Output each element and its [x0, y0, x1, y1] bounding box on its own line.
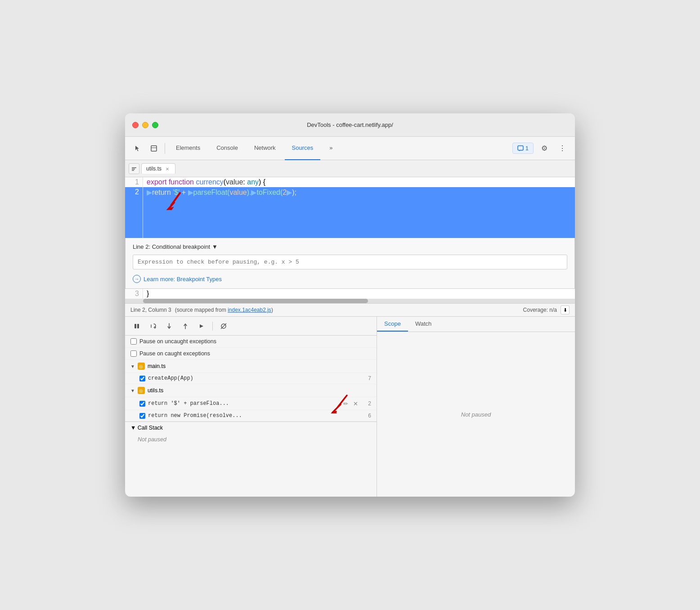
svg-rect-7 — [137, 324, 139, 328]
pause-caught-label: Pause on caught exceptions — [139, 350, 210, 357]
bp-entry-return-dollar-code: return '$' + parseFloa... — [148, 400, 339, 407]
toolbar-right: 1 ⚙ ⋮ — [512, 141, 570, 156]
file-icon-utils: ◎ — [138, 387, 145, 394]
left-panel: Pause on uncaught exceptions Pause on ca… — [125, 317, 377, 497]
pause-caught-item: Pause on caught exceptions — [125, 348, 377, 360]
line-number-2: ●2 — [125, 187, 143, 238]
remove-breakpoint-icon[interactable]: ✕ — [351, 399, 359, 408]
cursor-icon[interactable] — [130, 141, 145, 156]
file-tabs: utils.ts × — [125, 160, 575, 177]
file-panel-toggle[interactable] — [129, 163, 139, 174]
svg-rect-1 — [151, 148, 157, 148]
svg-rect-0 — [151, 146, 157, 151]
code-editor: 1 export function currency(value: any) {… — [125, 177, 575, 303]
bp-entry-return-promise: return new Promise(resolve... 6 — [125, 410, 377, 422]
step-into-button[interactable] — [163, 320, 175, 332]
bp-entry-return-dollar: return '$' + parseFloa... ✏ ✕ 2 — [125, 397, 377, 410]
code-line-3: 3 } — [125, 289, 575, 299]
minimize-button[interactable] — [142, 122, 148, 128]
step-over-button[interactable] — [147, 320, 159, 332]
traffic-lights — [132, 122, 158, 128]
tab-scope[interactable]: Scope — [377, 317, 408, 332]
svg-rect-6 — [135, 324, 136, 328]
source-map-info: (source mapped from index.1ac4eab2.js) — [175, 307, 273, 313]
tab-sources[interactable]: Sources — [285, 137, 321, 160]
step-button[interactable] — [195, 320, 208, 332]
debug-divider — [212, 322, 213, 331]
tab-more[interactable]: » — [322, 137, 340, 160]
pause-uncaught-checkbox[interactable] — [130, 338, 137, 345]
bp-entry-return-dollar-line: 2 — [362, 400, 371, 407]
collapse-triangle-utils: ▼ — [130, 388, 135, 393]
call-stack-label: ▼ Call Stack — [130, 425, 163, 431]
main-toolbar: Elements Console Network Sources » 1 ⚙ ⋮ — [125, 137, 575, 160]
settings-icon[interactable]: ⚙ — [537, 141, 552, 156]
bp-entry-createapp-code: createApp(App) — [148, 375, 359, 381]
chat-count: 1 — [525, 145, 529, 152]
tab-elements[interactable]: Elements — [169, 137, 207, 160]
bp-entry-return-dollar-checkbox[interactable] — [139, 401, 145, 407]
debug-toolbar — [125, 317, 377, 336]
status-bar: Line 2, Column 3 (source mapped from ind… — [125, 303, 575, 317]
coverage-label: Coverage: n/a — [523, 307, 557, 313]
bp-triangle: ▼ — [212, 243, 218, 250]
line-content-3: } — [143, 289, 575, 299]
svg-rect-4 — [132, 169, 135, 170]
code-line-1: 1 export function currency(value: any) { — [125, 177, 575, 187]
bp-file-utils[interactable]: ▼ ◎ utils.ts — [125, 384, 377, 397]
breakpoints-panel: Pause on uncaught exceptions Pause on ca… — [125, 336, 377, 497]
status-right: Coverage: n/a ⬇ — [523, 305, 570, 314]
bp-learn-more-link[interactable]: → Learn more: Breakpoint Types — [133, 275, 567, 283]
step-out-button[interactable] — [179, 320, 192, 332]
bp-link-icon: → — [133, 275, 141, 283]
file-tab-utils[interactable]: utils.ts × — [141, 163, 175, 174]
collapse-triangle-main: ▼ — [130, 364, 135, 369]
window-title: DevTools - coffee-cart.netlify.app/ — [307, 121, 393, 128]
tab-console[interactable]: Console — [209, 137, 245, 160]
bp-entry-createapp-line: 7 — [362, 375, 371, 381]
dock-icon[interactable] — [147, 141, 161, 156]
edit-breakpoint-icon[interactable]: ✏ — [341, 399, 350, 408]
bp-entry-actions: ✏ ✕ — [341, 399, 359, 408]
tab-network[interactable]: Network — [247, 137, 283, 160]
bp-entry-return-promise-line: 6 — [362, 413, 371, 419]
horizontal-scrollbar[interactable] — [125, 299, 575, 303]
source-map-link[interactable]: index.1ac4eab2.js — [228, 307, 271, 313]
svg-rect-5 — [132, 170, 134, 171]
breakpoint-popup: Line 2: Conditional breakpoint ▼ → Learn… — [125, 238, 575, 289]
svg-rect-3 — [132, 167, 136, 168]
maximize-button[interactable] — [152, 122, 158, 128]
coverage-button[interactable]: ⬇ — [561, 305, 570, 314]
pause-button[interactable] — [130, 320, 143, 332]
line-number-1: 1 — [125, 177, 143, 187]
scope-watch-tabs: Scope Watch — [377, 317, 575, 332]
bp-entry-return-promise-code: return new Promise(resolve... — [148, 413, 359, 419]
bp-entry-return-promise-checkbox[interactable] — [139, 413, 145, 419]
bottom-panel: Pause on uncaught exceptions Pause on ca… — [125, 317, 575, 497]
devtools-window: DevTools - coffee-cart.netlify.app/ Elem… — [125, 113, 575, 497]
file-tab-close[interactable]: × — [164, 166, 171, 172]
line-content-2: ▶return '$' + ▶parseFloat(value).▶toFixe… — [143, 187, 575, 238]
pause-uncaught-item: Pause on uncaught exceptions — [125, 336, 377, 348]
file-name-utils: utils.ts — [148, 387, 163, 394]
bp-file-main[interactable]: ▼ ◎ main.ts — [125, 360, 377, 373]
close-button[interactable] — [132, 122, 139, 128]
file-tab-name: utils.ts — [146, 166, 162, 172]
chat-button[interactable]: 1 — [512, 143, 534, 154]
bp-expression-input[interactable] — [133, 255, 567, 269]
code-line-2: ●2 ▶return '$' + ▶parseFloat(value).▶toF… — [125, 187, 575, 238]
horizontal-scrollbar-thumb[interactable] — [143, 299, 368, 303]
call-stack-header[interactable]: ▼ Call Stack — [125, 422, 377, 434]
bp-entry-createapp-checkbox[interactable] — [139, 376, 145, 381]
cursor-position: Line 2, Column 3 — [130, 307, 171, 313]
deactivate-breakpoints-button[interactable] — [217, 320, 230, 332]
bp-popup-title: Line 2: Conditional breakpoint ▼ — [133, 243, 567, 250]
call-stack-not-paused: Not paused — [125, 434, 377, 445]
bp-entry-createapp: createApp(App) 7 — [125, 373, 377, 384]
more-options-icon[interactable]: ⋮ — [555, 141, 570, 156]
toolbar-divider-1 — [165, 143, 165, 154]
pause-caught-checkbox[interactable] — [130, 350, 137, 357]
tab-watch[interactable]: Watch — [408, 317, 439, 332]
title-bar: DevTools - coffee-cart.netlify.app/ — [125, 113, 575, 137]
file-name-main: main.ts — [148, 363, 166, 369]
